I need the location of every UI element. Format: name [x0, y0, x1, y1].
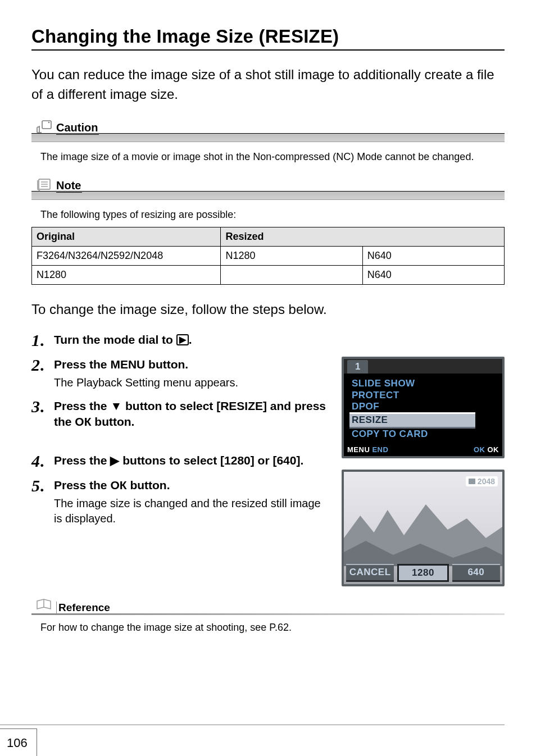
table-cell: N640: [362, 266, 504, 285]
th-original: Original: [32, 227, 221, 247]
opt-cancel: CANCEL: [346, 564, 394, 582]
intro-text: You can reduce the image size of a shot …: [31, 65, 505, 104]
note-heading: Note: [31, 178, 505, 192]
caution-bar: [31, 133, 505, 142]
opt-640: 640: [452, 564, 500, 582]
table-cell: [221, 266, 362, 285]
title-rule: [31, 49, 505, 51]
lcd-item-dpof: DPOF: [351, 401, 498, 412]
page-title: Changing the Image Size (RESIZE): [31, 26, 505, 47]
lcd-resize-screenshot: 2048 CANCEL 1280 640: [342, 470, 505, 586]
table-cell: F3264/N3264/N2592/N2048: [32, 247, 221, 266]
th-resized: Resized: [221, 227, 505, 247]
caution-heading: Caution: [31, 120, 505, 134]
caution-label: Caution: [56, 121, 99, 135]
reference-heading: Reference: [31, 598, 505, 612]
table-cell: N640: [362, 247, 504, 266]
lead-text: To change the image size, follow the ste…: [31, 302, 505, 317]
caution-icon: [35, 120, 52, 134]
reference-label: Reference: [56, 602, 110, 614]
note-body: The following types of resizing are poss…: [31, 208, 505, 221]
note-bar: [31, 191, 505, 200]
svg-point-1: [48, 121, 50, 123]
table-cell: N1280: [221, 247, 362, 266]
lcd-item-resize: RESIZE: [349, 412, 475, 428]
step-4: 4. Press the ▶ buttons to select [1280] …: [31, 453, 327, 470]
size-badge: 2048: [466, 476, 498, 486]
lcd-item-protect: PROTECT: [351, 390, 498, 401]
caution-body: The image size of a movie or image shot …: [31, 150, 505, 163]
reference-icon: [35, 598, 52, 612]
step-2: 2. Press the MENU button. The Playback S…: [31, 357, 327, 390]
steps-list: 1. Turn the mode dial to ▶.: [31, 332, 505, 349]
note-label: Note: [56, 179, 82, 193]
svg-rect-0: [42, 121, 51, 129]
table-cell: N1280: [32, 266, 221, 285]
footer-rule: [0, 725, 505, 725]
note-icon: [35, 178, 52, 192]
lcd-tab-1: 1: [347, 360, 368, 374]
opt-1280: 1280: [397, 564, 448, 582]
lcd-item-copy: COPY TO CARD: [351, 429, 498, 440]
reference-body: For how to change the image size at shoo…: [31, 622, 505, 634]
card-icon: [469, 479, 475, 484]
page-number: 106: [0, 728, 37, 756]
lcd-footer-right: OK OK: [474, 445, 499, 454]
step-1: 1. Turn the mode dial to ▶.: [31, 332, 505, 349]
step-5: 5. Press the OК button. The image size i…: [31, 477, 327, 526]
playback-icon: ▶: [176, 334, 189, 345]
lcd-item-slideshow: SLIDE SHOW: [351, 378, 498, 389]
lcd-menu-screenshot: 1 SLIDE SHOW PROTECT DPOF RESIZE COPY TO…: [342, 357, 505, 458]
lcd-footer-left: MENU END: [347, 445, 474, 454]
step-3: 3. Press the ▼ button to select [RESIZE]…: [31, 398, 327, 429]
resize-table: Original Resized F3264/N3264/N2592/N2048…: [31, 227, 505, 285]
